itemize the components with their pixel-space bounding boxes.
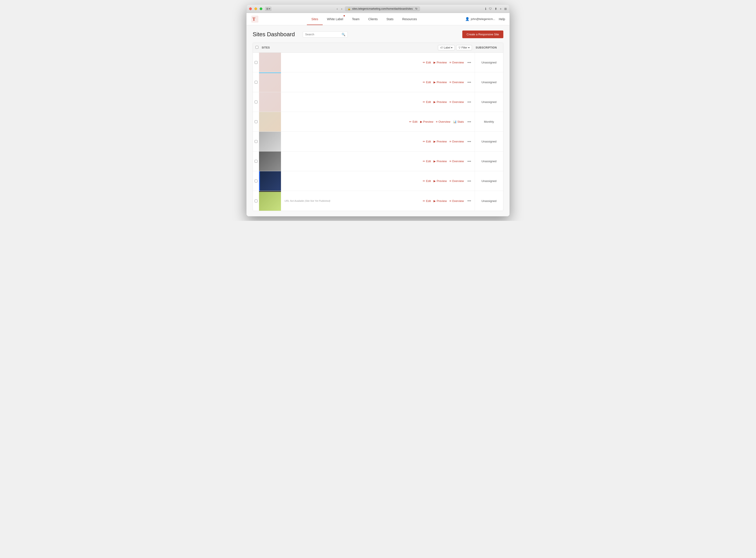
- logo[interactable]: T: [251, 15, 259, 23]
- row-select-checkbox[interactable]: [255, 160, 257, 163]
- url-not-published-label: URL Not Available (Site Not Yet Publishe…: [284, 200, 397, 202]
- overview-button[interactable]: ≡ Overview: [449, 199, 464, 203]
- preview-button[interactable]: ▶ Preview: [433, 81, 447, 84]
- more-options-button[interactable]: •••: [467, 179, 472, 183]
- preview-button[interactable]: ▶ Preview: [433, 159, 447, 163]
- grid-icon: ⊞: [504, 7, 507, 10]
- overview-button[interactable]: ≡ Overview: [449, 179, 464, 183]
- address-bar[interactable]: 🔒 sites.telegenicmarketing.com/home/dash…: [345, 6, 420, 11]
- nav-resources[interactable]: Resources: [398, 13, 421, 25]
- row-actions-3: ✏ Edit ▶ Preview ≡ Overview •••: [400, 92, 475, 112]
- row-select-checkbox[interactable]: [255, 101, 257, 103]
- row-select-checkbox[interactable]: [255, 81, 257, 84]
- url-text: sites.telegenicmarketing.com/home/dashbo…: [352, 7, 413, 10]
- edit-button[interactable]: ✏ Edit: [423, 140, 431, 143]
- label-button[interactable]: 🏷 Label ▾: [438, 45, 455, 50]
- forward-button[interactable]: ›: [340, 6, 343, 11]
- chevron-down-icon: ▾: [269, 7, 270, 10]
- site-thumbnail-5: [259, 132, 281, 151]
- edit-button[interactable]: ✏ Edit: [423, 61, 431, 64]
- preview-button[interactable]: ▶ Preview: [433, 199, 447, 203]
- site-thumbnail-1: [259, 53, 281, 72]
- nav-white-label[interactable]: White Label: [323, 13, 348, 25]
- select-all-checkbox[interactable]: [255, 46, 258, 49]
- nav-sites[interactable]: Sites: [307, 13, 323, 25]
- preview-button[interactable]: ▶ Preview: [433, 140, 447, 143]
- preview-button[interactable]: ▶ Preview: [433, 179, 447, 183]
- subscription-label-5: Unassigned: [475, 132, 503, 151]
- edit-icon: ✏: [423, 81, 425, 84]
- subscription-label-3: Unassigned: [475, 92, 503, 112]
- maximize-button[interactable]: [260, 7, 262, 10]
- edit-icon: ✏: [423, 61, 425, 64]
- table-row: ✏ Edit ▶ Preview ≡ Overview •••: [253, 92, 503, 112]
- play-icon: ▶: [433, 81, 436, 84]
- more-options-button[interactable]: •••: [467, 80, 472, 85]
- play-icon: ▶: [433, 179, 436, 183]
- search-input[interactable]: [305, 33, 340, 36]
- label-icon: 🏷: [440, 46, 443, 49]
- user-menu-button[interactable]: 👤 john@telegenicm...: [465, 17, 495, 21]
- title-bar: ⊞ ▾ ‹ › 🔒 sites.telegenicmarketing.com/h…: [247, 5, 509, 13]
- create-responsive-site-button[interactable]: Create a Responsive Site: [462, 30, 503, 38]
- filter-button[interactable]: ▽ Filter ▾: [456, 45, 472, 50]
- top-navigation: T Sites White Label Team Clients St: [247, 13, 509, 25]
- edit-icon: ✏: [423, 199, 425, 203]
- more-options-button[interactable]: •••: [467, 60, 472, 65]
- edit-button[interactable]: ✏ Edit: [423, 179, 431, 183]
- title-bar-right: ℹ 🛡 ⬆ + ⊞: [472, 7, 507, 10]
- search-icon: 🔍: [342, 33, 345, 36]
- svg-text:T: T: [252, 17, 255, 22]
- preview-button[interactable]: ▶ Preview: [420, 120, 433, 123]
- table-row: ✏ Edit ▶ Preview ≡ Overview •••: [253, 53, 503, 72]
- subscription-label-8: Unassigned: [475, 191, 503, 211]
- title-bar-center: ‹ › 🔒 sites.telegenicmarketing.com/home/…: [286, 6, 470, 11]
- row-select-checkbox[interactable]: [255, 200, 257, 202]
- sites-table: SITES 🏷 Label ▾ ▽ Filter ▾ SUBS: [253, 43, 503, 211]
- new-tab-icon: +: [500, 7, 502, 10]
- overview-button[interactable]: ≡ Overview: [449, 61, 464, 64]
- subscription-label-6: Unassigned: [475, 151, 503, 171]
- edit-button[interactable]: ✏ Edit: [409, 120, 417, 123]
- row-actions-2: ✏ Edit ▶ Preview ≡ Overview •••: [400, 72, 475, 92]
- edit-button[interactable]: ✏ Edit: [423, 81, 431, 84]
- chevron-down-icon: ▾: [468, 46, 470, 49]
- nav-team[interactable]: Team: [348, 13, 364, 25]
- overview-button[interactable]: ≡ Overview: [449, 100, 464, 104]
- overview-button[interactable]: ≡ Overview: [449, 81, 464, 84]
- edit-button[interactable]: ✏ Edit: [423, 159, 431, 163]
- close-button[interactable]: [249, 7, 252, 10]
- row-select-checkbox[interactable]: [255, 140, 257, 143]
- overview-button[interactable]: ≡ Overview: [436, 120, 450, 123]
- preview-button[interactable]: ▶ Preview: [433, 61, 447, 64]
- chart-icon: ≡: [449, 199, 451, 203]
- nav-clients[interactable]: Clients: [364, 13, 382, 25]
- row-select-checkbox[interactable]: [255, 180, 257, 182]
- chart-icon: ≡: [449, 61, 451, 64]
- row-select-checkbox[interactable]: [255, 61, 257, 64]
- overview-button[interactable]: ≡ Overview: [449, 159, 464, 163]
- edit-icon: ✏: [423, 100, 425, 104]
- more-options-button[interactable]: •••: [467, 159, 472, 164]
- sidebar-toggle[interactable]: ⊞ ▾: [265, 6, 272, 11]
- nav-stats[interactable]: Stats: [382, 13, 398, 25]
- site-info-5: [281, 132, 400, 151]
- help-button[interactable]: Help: [499, 17, 505, 21]
- more-options-button[interactable]: •••: [467, 120, 472, 124]
- more-options-button[interactable]: •••: [467, 139, 472, 144]
- play-icon: ▶: [433, 100, 436, 104]
- row-select-checkbox[interactable]: [255, 120, 257, 123]
- preview-button[interactable]: ▶ Preview: [433, 100, 447, 104]
- more-options-button[interactable]: •••: [467, 198, 472, 203]
- overview-button[interactable]: ≡ Overview: [449, 140, 464, 143]
- site-info-3: [281, 92, 400, 112]
- minimize-button[interactable]: [254, 7, 257, 10]
- more-options-button[interactable]: •••: [467, 100, 472, 104]
- stats-button[interactable]: 📊 Stats: [453, 120, 464, 123]
- table-row: ✏ Edit ▶ Preview ≡ Overview •••: [253, 171, 503, 191]
- back-button[interactable]: ‹: [336, 6, 339, 11]
- share-icon: ⬆: [495, 7, 497, 10]
- edit-button[interactable]: ✏ Edit: [423, 100, 431, 104]
- site-thumbnail-4: [259, 112, 281, 131]
- edit-button[interactable]: ✏ Edit: [423, 199, 431, 203]
